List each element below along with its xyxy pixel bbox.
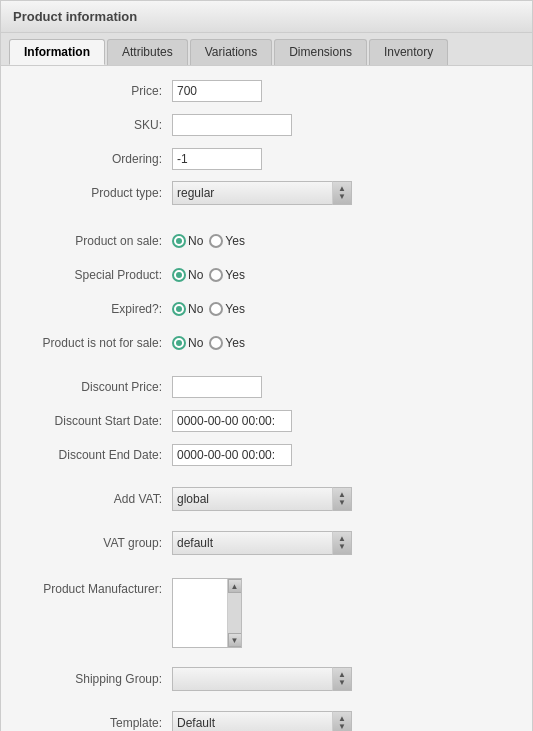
product-on-sale-field: No Yes [172, 234, 516, 248]
expired-no-item: No [172, 302, 203, 316]
discount-start-row: Discount Start Date: [17, 408, 516, 434]
product-type-field-area: regular digital service ▲▼ [172, 181, 516, 205]
vat-group-row: VAT group: default ▲▼ [17, 530, 516, 556]
discount-price-input[interactable] [172, 376, 262, 398]
not-for-sale-no-item: No [172, 336, 203, 350]
expired-no-label: No [188, 302, 203, 316]
special-product-yes-label: Yes [225, 268, 245, 282]
expired-yes-label: Yes [225, 302, 245, 316]
tab-variations[interactable]: Variations [190, 39, 272, 65]
product-manufacturer-label: Product Manufacturer: [17, 578, 172, 596]
product-on-sale-no-radio[interactable] [172, 234, 186, 248]
product-on-sale-row: Product on sale: No Yes [17, 228, 516, 254]
expired-radio-group: No Yes [172, 302, 245, 316]
discount-start-input[interactable] [172, 410, 292, 432]
special-product-yes-item: Yes [209, 268, 245, 282]
template-select-wrapper: Default ▲▼ [172, 711, 352, 731]
scroll-down-btn[interactable]: ▼ [228, 633, 242, 647]
special-product-no-radio[interactable] [172, 268, 186, 282]
not-for-sale-no-label: No [188, 336, 203, 350]
add-vat-label: Add VAT: [17, 492, 172, 506]
product-on-sale-yes-radio[interactable] [209, 234, 223, 248]
not-for-sale-row: Product is not for sale: No Yes [17, 330, 516, 356]
product-manufacturer-listbox[interactable]: ▲ ▼ [172, 578, 242, 648]
special-product-radio-group: No Yes [172, 268, 245, 282]
ordering-label: Ordering: [17, 152, 172, 166]
product-on-sale-no-label: No [188, 234, 203, 248]
special-product-no-label: No [188, 268, 203, 282]
discount-end-label: Discount End Date: [17, 448, 172, 462]
add-vat-select-wrapper: global yes no ▲▼ [172, 487, 352, 511]
price-label: Price: [17, 84, 172, 98]
expired-row: Expired?: No Yes [17, 296, 516, 322]
discount-start-label: Discount Start Date: [17, 414, 172, 428]
product-type-label: Product type: [17, 186, 172, 200]
product-on-sale-yes-item: Yes [209, 234, 245, 248]
discount-start-field [172, 410, 516, 432]
shipping-group-row: Shipping Group: ▲▼ [17, 666, 516, 692]
product-on-sale-no-item: No [172, 234, 203, 248]
form-content: Price: SKU: Ordering: Product type: [1, 66, 532, 731]
sku-field-area [172, 114, 516, 136]
special-product-label: Special Product: [17, 268, 172, 282]
not-for-sale-field: No Yes [172, 336, 516, 350]
expired-no-radio[interactable] [172, 302, 186, 316]
window-title: Product information [1, 1, 532, 33]
special-product-row: Special Product: No Yes [17, 262, 516, 288]
ordering-row: Ordering: [17, 146, 516, 172]
add-vat-row: Add VAT: global yes no ▲▼ [17, 486, 516, 512]
shipping-group-field: ▲▼ [172, 667, 516, 691]
price-input[interactable] [172, 80, 262, 102]
discount-price-field [172, 376, 516, 398]
expired-field: No Yes [172, 302, 516, 316]
shipping-group-label: Shipping Group: [17, 672, 172, 686]
scroll-up-btn[interactable]: ▲ [228, 579, 242, 593]
expired-yes-radio[interactable] [209, 302, 223, 316]
tab-bar: Information Attributes Variations Dimens… [1, 33, 532, 66]
sku-row: SKU: [17, 112, 516, 138]
not-for-sale-yes-item: Yes [209, 336, 245, 350]
not-for-sale-yes-radio[interactable] [209, 336, 223, 350]
vat-group-field: default ▲▼ [172, 531, 516, 555]
not-for-sale-label: Product is not for sale: [17, 336, 172, 350]
template-label: Template: [17, 716, 172, 730]
tab-information[interactable]: Information [9, 39, 105, 65]
ordering-field-area [172, 148, 516, 170]
discount-end-field [172, 444, 516, 466]
template-row: Template: Default ▲▼ [17, 710, 516, 731]
not-for-sale-no-radio[interactable] [172, 336, 186, 350]
ordering-input[interactable] [172, 148, 262, 170]
sku-input[interactable] [172, 114, 292, 136]
vat-group-select-wrapper: default ▲▼ [172, 531, 352, 555]
price-row: Price: [17, 78, 516, 104]
product-on-sale-label: Product on sale: [17, 234, 172, 248]
product-type-select[interactable]: regular digital service [172, 181, 352, 205]
product-type-select-wrapper: regular digital service ▲▼ [172, 181, 352, 205]
scroll-track [228, 593, 241, 633]
discount-price-row: Discount Price: [17, 374, 516, 400]
vat-group-select[interactable]: default [172, 531, 352, 555]
tab-inventory[interactable]: Inventory [369, 39, 448, 65]
product-manufacturer-field: ▲ ▼ [172, 578, 516, 648]
product-manufacturer-row: Product Manufacturer: ▲ ▼ [17, 578, 516, 648]
discount-end-input[interactable] [172, 444, 292, 466]
template-field: Default ▲▼ [172, 711, 516, 731]
shipping-group-select-wrapper: ▲▼ [172, 667, 352, 691]
add-vat-select[interactable]: global yes no [172, 487, 352, 511]
sku-label: SKU: [17, 118, 172, 132]
discount-price-label: Discount Price: [17, 380, 172, 394]
product-on-sale-yes-label: Yes [225, 234, 245, 248]
add-vat-field: global yes no ▲▼ [172, 487, 516, 511]
tab-attributes[interactable]: Attributes [107, 39, 188, 65]
template-select[interactable]: Default [172, 711, 352, 731]
product-information-window: Product information Information Attribut… [0, 0, 533, 731]
not-for-sale-radio-group: No Yes [172, 336, 245, 350]
shipping-group-select[interactable] [172, 667, 352, 691]
price-field-area [172, 80, 516, 102]
special-product-field: No Yes [172, 268, 516, 282]
product-manufacturer-scrollbar: ▲ ▼ [227, 579, 241, 647]
special-product-no-item: No [172, 268, 203, 282]
special-product-yes-radio[interactable] [209, 268, 223, 282]
tab-dimensions[interactable]: Dimensions [274, 39, 367, 65]
expired-label: Expired?: [17, 302, 172, 316]
